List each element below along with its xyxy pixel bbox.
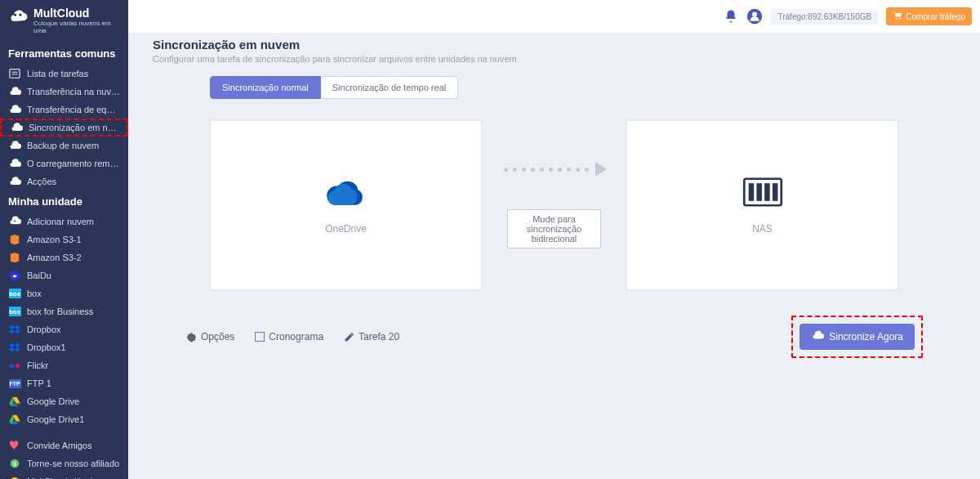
coin-icon: $ — [8, 457, 21, 470]
sidebar-item-label: Transferência na nuvem — [27, 87, 120, 96]
onedrive-icon — [323, 176, 370, 211]
switch-bidirectional-button[interactable]: Mude para sincronização bidirecional — [507, 209, 601, 248]
sidebar-item-label: Transferência de equipe — [27, 105, 120, 114]
svg-rect-2 — [10, 69, 20, 78]
notifications-button[interactable] — [724, 9, 738, 24]
cloud-sync-icon — [10, 121, 23, 134]
section-tools-heading: Ferramentas comuns — [0, 43, 128, 65]
svg-text:+: + — [13, 217, 16, 225]
dropbox-icon — [8, 323, 21, 336]
sidebar-drive-box[interactable]: box box — [0, 284, 128, 302]
sidebar-drive-flickr[interactable]: Flickr — [0, 356, 128, 374]
list-icon — [8, 67, 21, 80]
sidebar-drive-baidu[interactable]: BaiDu — [0, 266, 128, 284]
sidebar-item-label: Torne-se nosso afiliado — [27, 459, 119, 468]
add-cloud-icon: + — [8, 215, 21, 228]
sidebar-item-label: FTP 1 — [27, 378, 51, 388]
svg-text:$: $ — [13, 461, 16, 467]
page-title: Sincronização em nuvem — [153, 38, 956, 51]
sidebar-affiliate[interactable]: $ Torne-se nosso afiliado — [0, 454, 128, 472]
sidebar-drive-s3-2[interactable]: Amazon S3-2 — [0, 248, 128, 266]
checkbox-icon — [255, 332, 265, 342]
sidebar-drive-dropbox[interactable]: Dropbox — [0, 320, 128, 338]
tab-realtime-sync[interactable]: Sincronização de tempo real — [321, 76, 458, 99]
options-button[interactable]: Opções — [185, 331, 234, 342]
sidebar-classic[interactable]: MultCloud clássico — [0, 472, 128, 479]
cart-icon — [893, 11, 902, 22]
sidebar-item-label: Amazon S3-1 — [27, 235, 82, 244]
amazon-s3-icon — [8, 233, 21, 246]
traffic-indicator: Tráfego:892.63KB/150GB — [771, 9, 878, 25]
task-name-label: Tarefa 20 — [359, 331, 399, 342]
user-icon — [746, 8, 763, 25]
options-label: Opções — [201, 331, 234, 342]
sidebar-item-label: box for Business — [27, 307, 93, 316]
sidebar-drive-gdrive1[interactable]: Google Drive1 — [0, 410, 128, 428]
sidebar-item-remote-upload[interactable]: O carregamento remoto — [0, 154, 128, 172]
source-cloud-box[interactable]: OneDrive — [209, 119, 483, 291]
section-drive-heading: Minha unidade — [0, 190, 128, 213]
sidebar-add-cloud[interactable]: + Adicionar nuvem — [0, 213, 128, 231]
flickr-icon — [8, 359, 21, 372]
target-cloud-name: NAS — [752, 223, 773, 235]
brand-block: MultCloud Coloque várias nuvens em uma — [0, 0, 128, 43]
schedule-label: Cronograma — [269, 331, 323, 342]
sync-now-button[interactable]: Sincronize Agora — [800, 324, 915, 350]
top-bar: Tráfego:892.63KB/150GB Comprar tráfego — [128, 0, 980, 33]
cloud-sync-icon — [811, 330, 824, 343]
ftp-icon: FTP — [8, 377, 21, 390]
gear-icon — [185, 331, 197, 342]
sidebar-item-label: box — [27, 289, 42, 298]
heart-icon — [8, 439, 21, 452]
svg-rect-20 — [772, 183, 777, 201]
sidebar-invite-friends[interactable]: Convide Amigos — [0, 436, 128, 454]
dropbox-icon — [8, 341, 21, 354]
sidebar-item-cloud-sync[interactable]: Sincronização em nuvem — [0, 119, 128, 137]
pencil-icon — [344, 332, 354, 342]
sidebar-drive-dropbox1[interactable]: Dropbox1 — [0, 338, 128, 356]
sidebar-item-label: Backup de nuvem — [27, 141, 99, 150]
google-drive-icon — [8, 395, 21, 408]
content-area: Tráfego:892.63KB/150GB Comprar tráfego S… — [128, 0, 980, 479]
sync-direction: Mude para sincronização bidirecional — [483, 162, 626, 248]
svg-point-15 — [899, 18, 901, 20]
bell-icon — [724, 9, 738, 24]
buy-traffic-label: Comprar tráfego — [906, 12, 965, 21]
nas-icon — [742, 176, 784, 211]
task-footer: Opções Cronograma Tarefa 20 Sincronize A… — [128, 291, 980, 358]
svg-point-13 — [753, 12, 758, 17]
svg-point-14 — [896, 18, 898, 20]
tab-normal-sync[interactable]: Sincronização normal — [210, 76, 321, 99]
sidebar-item-cloud-transfer[interactable]: Transferência na nuvem — [0, 83, 128, 101]
sidebar-item-team-transfer[interactable]: Transferência de equipe — [0, 101, 128, 119]
sidebar-item-label: Dropbox1 — [27, 342, 66, 352]
face-icon — [8, 475, 21, 479]
sidebar-drive-gdrive[interactable]: Google Drive — [0, 392, 128, 410]
box-icon: box — [8, 305, 21, 318]
cloud-icon — [8, 139, 21, 152]
sidebar-drive-box-business[interactable]: box box for Business — [0, 302, 128, 320]
sidebar-item-label: Google Drive — [27, 396, 79, 406]
brand-name: MultCloud — [33, 7, 120, 20]
task-name-edit[interactable]: Tarefa 20 — [344, 331, 399, 342]
sidebar-drive-ftp1[interactable]: FTP FTP 1 — [0, 374, 128, 392]
google-drive-icon — [8, 413, 21, 426]
target-cloud-box[interactable]: NAS — [626, 119, 899, 291]
sidebar-item-cloud-backup[interactable]: Backup de nuvem — [0, 137, 128, 154]
sidebar-item-shares[interactable]: Acções — [0, 172, 128, 190]
sync-now-highlight: Sincronize Agora — [791, 316, 923, 358]
account-button[interactable] — [746, 8, 763, 25]
sidebar-item-label: O carregamento remoto — [27, 159, 120, 168]
svg-rect-18 — [756, 183, 762, 201]
sync-mode-tabs: Sincronização normalSincronização de tem… — [128, 72, 980, 99]
sidebar-drive-s3-1[interactable]: Amazon S3-1 — [0, 231, 128, 248]
sidebar-item-label: BaiDu — [27, 271, 51, 280]
buy-traffic-button[interactable]: Comprar tráfego — [886, 7, 972, 25]
brand-tagline: Coloque várias nuvens em uma — [33, 20, 120, 34]
sidebar-item-label: Convide Amigos — [27, 441, 92, 450]
arrow-right-icon — [501, 162, 607, 177]
sidebar-item-tasklist[interactable]: Lista de tarefas — [0, 65, 128, 83]
sidebar-item-label: Dropbox — [27, 325, 61, 334]
schedule-toggle[interactable]: Cronograma — [255, 331, 323, 342]
sidebar-item-label: Lista de tarefas — [27, 69, 88, 78]
